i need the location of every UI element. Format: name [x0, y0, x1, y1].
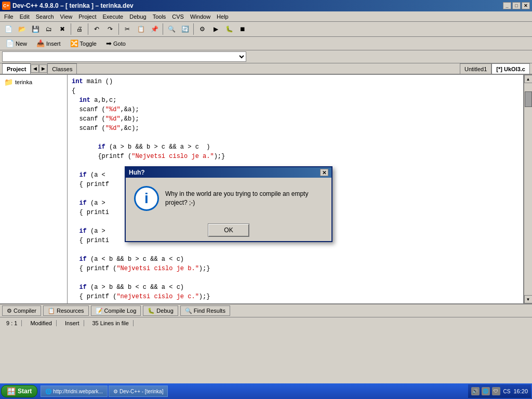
tb-new-file[interactable]: 📄 — [2, 23, 15, 35]
menu-cvs[interactable]: CVS — [169, 12, 187, 21]
tb-save-all[interactable]: 🗂 — [43, 23, 55, 35]
scroll-down-arrow[interactable]: ▼ — [524, 295, 533, 303]
code-line-9: {printf ("Nejvetsi cislo je a.");} — [72, 152, 519, 161]
sidebar: 📁 terinka — [0, 75, 68, 303]
dialog-ok-button[interactable]: OK — [208, 223, 249, 237]
tray-icon-3: 🛡 — [492, 387, 500, 395]
tb-redo[interactable]: ↷ — [104, 23, 116, 35]
bottom-tab-resources[interactable]: 📋 Resources — [43, 305, 89, 316]
tb-close[interactable]: ✖ — [56, 23, 69, 35]
tb-compile[interactable]: ⚙ — [196, 23, 208, 35]
code-line-8: if (a > b && b > c && a > c ) — [72, 142, 519, 152]
status-lines: 35 Lines in file — [88, 320, 134, 326]
taskbar-items: 🌐 http://tridni.webpark... ⚙ Dev-C++ - [… — [41, 385, 464, 397]
tab-project[interactable]: Project — [2, 63, 31, 74]
title-bar-buttons: _ □ ✕ — [503, 2, 530, 9]
taskbar-item-devcpp[interactable]: ⚙ Dev-C++ - [terinka] — [109, 385, 168, 397]
scrollbar-thumb[interactable] — [525, 91, 532, 107]
menu-search[interactable]: Search — [33, 12, 57, 21]
tb-replace[interactable]: 🔄 — [179, 23, 191, 35]
menu-window[interactable]: Window — [187, 12, 214, 21]
bottom-tab-compilelog[interactable]: 📝 Compile Log — [91, 305, 141, 316]
debug-label: Debug — [156, 308, 173, 314]
taskbar-item-browser[interactable]: 🌐 http://tridni.webpark... — [41, 385, 108, 397]
status-modified: Modified — [26, 320, 57, 326]
sep1 — [71, 23, 71, 35]
code-line-19 — [72, 245, 519, 255]
new-label: New — [16, 41, 27, 47]
devcpp-label: Dev-C++ - [terinka] — [119, 389, 163, 394]
huh-dialog: Huh? ✕ i Why in the world are you trying… — [125, 166, 332, 242]
resources-label: Resources — [57, 308, 84, 314]
dialog-message: Why in the world are you trying to compi… — [165, 190, 323, 207]
btn-new[interactable]: 📄 New — [2, 38, 31, 49]
insert-icon: 📥 — [36, 39, 45, 47]
menu-execute[interactable]: Execute — [99, 12, 126, 21]
tb-stop[interactable]: ⏹ — [236, 23, 249, 35]
menu-tools[interactable]: Tools — [150, 12, 169, 21]
tb-copy[interactable]: 📋 — [135, 23, 147, 35]
start-button[interactable]: 🪟 Start — [1, 385, 37, 397]
menu-bar: File Edit Search View Project Execute De… — [0, 11, 532, 22]
dropdown-bar — [0, 50, 532, 63]
app-icon: C+ — [2, 2, 10, 10]
tab-nav: Project ◀ ▶ Classes — [2, 63, 77, 74]
goto-label: Goto — [113, 41, 126, 47]
tb-find[interactable]: 🔍 — [165, 23, 178, 35]
menu-view[interactable]: View — [57, 12, 76, 21]
dialog-info-icon: i — [134, 186, 159, 211]
menu-project[interactable]: Project — [75, 12, 99, 21]
sep4 — [163, 23, 163, 35]
tab-ukol3[interactable]: [*] UkOl3.c — [491, 63, 530, 74]
tb-print[interactable]: 🖨 — [73, 23, 86, 35]
bottom-tab-findresults[interactable]: 🔍 Find Results — [180, 305, 230, 316]
tab-classes[interactable]: Classes — [47, 63, 77, 74]
bottom-tab-debug[interactable]: 🐛 Debug — [143, 305, 178, 316]
vertical-scrollbar[interactable]: ▲ ▼ — [524, 75, 532, 303]
tb-save[interactable]: 💾 — [29, 23, 42, 35]
btn-insert[interactable]: 📥 Insert — [33, 38, 64, 49]
menu-debug[interactable]: Debug — [126, 12, 149, 21]
tb-undo[interactable]: ↶ — [90, 23, 103, 35]
sep2 — [88, 23, 88, 35]
dialog-title: Huh? — [129, 169, 145, 176]
new-icon: 📄 — [6, 39, 14, 47]
insert-label: Insert — [46, 41, 61, 47]
bottom-tab-compiler[interactable]: ⚙ Compiler — [2, 305, 41, 316]
tb-open[interactable]: 📂 — [16, 23, 28, 35]
close-button[interactable]: ✕ — [522, 2, 530, 9]
sidebar-item-terinka[interactable]: 📁 terinka — [2, 77, 65, 87]
tab-nav-left[interactable]: ◀ — [31, 64, 39, 73]
title-bar: C+ Dev-C++ 4.9.8.0 – [ terinka ] – terin… — [0, 0, 532, 11]
taskbar: 🪟 Start 🌐 http://tridni.webpark... ⚙ Dev… — [0, 383, 532, 399]
dialog-close-button[interactable]: ✕ — [320, 169, 328, 176]
toolbar-row2: 📄 New 📥 Insert 🔀 Toggle ➡ Goto — [0, 37, 532, 50]
btn-goto[interactable]: ➡ Goto — [102, 38, 129, 49]
clock: 16:20 — [513, 388, 528, 394]
dialog-footer: OK — [126, 219, 331, 241]
code-line-7 — [72, 133, 519, 142]
browser-icon: 🌐 — [45, 389, 51, 394]
maximize-button[interactable]: □ — [512, 2, 521, 9]
start-label: Start — [18, 388, 32, 395]
btn-toggle[interactable]: 🔀 Toggle — [66, 38, 100, 49]
tab-nav-right[interactable]: ▶ — [39, 64, 47, 73]
toolbar-row1: 📄 📂 💾 🗂 ✖ 🖨 ↶ ↷ ✂ 📋 📌 🔍 🔄 ⚙ ▶ 🐛 ⏹ — [0, 22, 532, 37]
tb-paste[interactable]: 📌 — [148, 23, 161, 35]
tb-debug[interactable]: 🐛 — [223, 23, 235, 35]
menu-help[interactable]: Help — [214, 12, 232, 21]
resources-icon: 📋 — [48, 308, 55, 314]
scroll-up-arrow[interactable]: ▲ — [524, 75, 533, 83]
tb-run[interactable]: ▶ — [209, 23, 222, 35]
minimize-button[interactable]: _ — [503, 2, 511, 9]
window-title: Dev-C++ 4.9.8.0 – [ terinka ] – terinka.… — [12, 2, 134, 9]
compiler-label: Compiler — [14, 308, 36, 314]
code-line-21: { printf ("Nejvetsi cislo je b.");} — [72, 264, 519, 273]
class-dropdown[interactable] — [2, 51, 246, 62]
code-line-6: scanf ("%d",&c); — [72, 124, 519, 133]
menu-edit[interactable]: Edit — [17, 12, 33, 21]
tray-icon-2: 🌐 — [482, 387, 490, 395]
menu-file[interactable]: File — [1, 12, 17, 21]
tb-cut[interactable]: ✂ — [121, 23, 134, 35]
tab-untitled1[interactable]: Untitled1 — [460, 63, 491, 74]
